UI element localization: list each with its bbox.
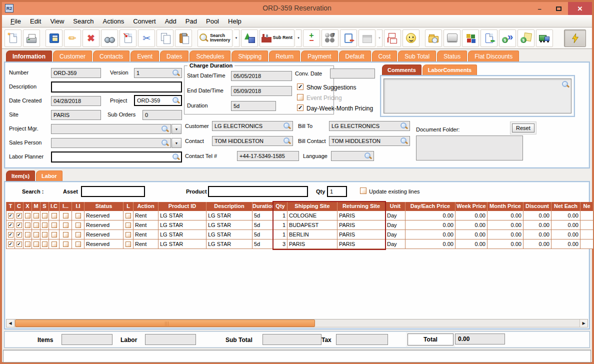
cell-t-row1[interactable]: ✓ (6, 211, 15, 220)
edit-button[interactable]: ✏ (64, 30, 81, 47)
cell-net_each-row4[interactable]: 0.00 (552, 240, 580, 248)
labor-planner-field[interactable] (51, 152, 182, 162)
cell-month_price-row1[interactable]: 0.00 (488, 211, 524, 220)
bill-contact-field[interactable]: TOM HIDDLESTON (329, 136, 410, 146)
row-checkbox-s[interactable] (42, 222, 48, 228)
row-checkbox-ic[interactable] (52, 242, 57, 247)
tab-return[interactable]: Return (269, 50, 300, 62)
table-row[interactable]: ✓✓ReservedRentLG STARLG STAR5d3PARISPARI… (6, 240, 594, 249)
calendar-button[interactable] (358, 30, 376, 47)
description-field[interactable] (51, 82, 182, 92)
cell-ne-row4[interactable] (580, 240, 594, 248)
paste-button[interactable] (175, 30, 192, 47)
tab-schedules[interactable]: Schedules (190, 50, 230, 62)
menu-actions[interactable]: Actions (98, 16, 129, 26)
cell-day_price-row4[interactable]: 0.00 (406, 240, 456, 248)
cell-ic-row1[interactable] (49, 211, 60, 220)
column-header-l[interactable]: L (124, 202, 134, 211)
cell-unit-row1[interactable]: Day (386, 211, 406, 220)
cell-status-row1[interactable]: Reserved (84, 211, 124, 220)
checkbox-show-suggestions[interactable]: ✓ (297, 84, 304, 90)
row-checkbox-ic[interactable] (52, 232, 57, 238)
search-inventory-button[interactable]: SearchInventory (198, 30, 232, 47)
cell-returning_site-row2[interactable]: PARIS (338, 220, 386, 230)
qty-input[interactable]: 1 (327, 186, 347, 197)
title-bar[interactable]: R2 ORD-359 Reservation – ✕ (2, 2, 592, 15)
cell-unit-row2[interactable]: Day (386, 220, 406, 230)
row-checkbox-ii[interactable] (76, 242, 81, 247)
column-header-qty[interactable]: Qty (274, 202, 288, 211)
tab-payment[interactable]: Payment (301, 50, 338, 62)
conv-date-field[interactable] (330, 68, 375, 78)
cell-x-row3[interactable] (24, 230, 32, 239)
labor-planner-search-icon[interactable] (172, 153, 180, 160)
customer-field[interactable]: LG ELECTRONICS (212, 121, 293, 131)
sales-person-field[interactable] (51, 138, 171, 148)
shapes-button[interactable] (241, 30, 258, 47)
cell-ic-row3[interactable] (49, 230, 60, 239)
column-header-net_each[interactable]: Net Each (552, 202, 580, 211)
customer-search-icon[interactable] (283, 122, 290, 130)
cell-returning_site-row4[interactable]: PARIS (338, 240, 386, 248)
cell-s-row1[interactable] (40, 211, 49, 220)
document-edit-button[interactable]: ✏ (480, 30, 498, 47)
comments-textarea[interactable] (384, 78, 572, 114)
cell-s-row3[interactable] (40, 230, 49, 239)
cell-ne-row1[interactable] (580, 211, 594, 220)
folder-history-button[interactable] (425, 30, 442, 47)
column-header-product_id[interactable]: Product ID (158, 202, 206, 211)
smiley-button[interactable] (402, 30, 420, 47)
cell-x-row4[interactable] (24, 240, 32, 248)
row-checkbox-s[interactable] (42, 242, 48, 247)
version-search-icon[interactable] (172, 69, 180, 76)
comments-search-icon[interactable] (562, 80, 569, 88)
sales-person-search-icon[interactable] (161, 139, 168, 146)
cell-c-row1[interactable]: ✓ (15, 211, 24, 220)
row-checkbox-l[interactable] (126, 242, 131, 247)
cell-month_price-row3[interactable]: 0.00 (488, 230, 524, 239)
column-header-idots[interactable]: I... (60, 202, 72, 211)
cell-l-row4[interactable] (124, 240, 134, 248)
convert-dollar-button[interactable]: »$ (499, 30, 516, 47)
cell-status-row4[interactable]: Reserved (84, 240, 124, 248)
add-remove-button[interactable]: +− (303, 30, 320, 47)
sub-orders-field[interactable]: 0 (142, 110, 182, 120)
search-inventory-dropdown[interactable]: ▼ (234, 30, 240, 47)
cell-week_price-row2[interactable]: 0.00 (456, 220, 488, 230)
cell-c-row2[interactable]: ✓ (15, 220, 24, 230)
cell-net_each-row1[interactable]: 0.00 (552, 211, 580, 220)
column-header-discount[interactable]: Discount (524, 202, 552, 211)
row-checkbox-x[interactable] (25, 213, 30, 218)
bill-to-field[interactable]: LG ELECTRONICS (329, 121, 410, 131)
billing-notes-button[interactable]: $ (518, 30, 534, 47)
row-checkbox-x[interactable] (25, 242, 30, 247)
cell-c-row3[interactable]: ✓ (15, 230, 24, 239)
print-button[interactable] (23, 30, 40, 47)
minimize-button[interactable]: – (530, 2, 549, 15)
number-field[interactable]: ORD-359 (51, 68, 101, 78)
cell-product_id-row4[interactable]: LG STAR (158, 240, 206, 248)
tab-flat-discounts[interactable]: Flat Discounts (468, 50, 519, 62)
menu-convert[interactable]: Convert (128, 16, 160, 26)
order-hierarchy-button[interactable] (384, 30, 401, 47)
start-date-field[interactable]: 05/05/2018 (231, 71, 292, 81)
cell-l-row3[interactable] (124, 230, 134, 239)
cell-duration-row2[interactable]: 5d (252, 220, 274, 230)
cell-c-row4[interactable]: ✓ (15, 240, 24, 248)
cell-unit-row3[interactable]: Day (386, 230, 406, 239)
cell-m-row2[interactable] (32, 220, 40, 230)
tab-status[interactable]: Status (437, 50, 467, 62)
row-checkbox-idots[interactable] (63, 222, 68, 228)
cell-idots-row2[interactable] (60, 220, 72, 230)
cell-discount-row2[interactable]: 0.00 (524, 220, 552, 230)
row-checkbox-m[interactable] (34, 232, 39, 238)
row-checkbox-c[interactable]: ✓ (16, 222, 22, 228)
column-header-m[interactable]: M (32, 202, 40, 211)
cell-duration-row4[interactable]: 5d (252, 240, 274, 248)
cell-description-row2[interactable]: LG STAR (206, 220, 252, 230)
row-checkbox-x[interactable] (25, 232, 30, 238)
cell-t-row4[interactable]: ✓ (6, 240, 15, 248)
cell-ne-row2[interactable] (580, 220, 594, 230)
project-mgr-field[interactable] (51, 124, 171, 134)
cell-ii-row4[interactable] (72, 240, 84, 248)
